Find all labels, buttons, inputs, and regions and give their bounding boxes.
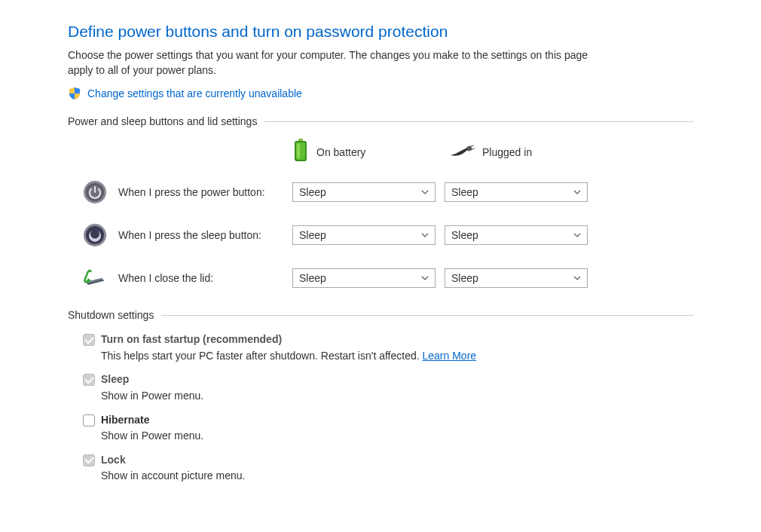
learn-more-link[interactable]: Learn More [423,350,477,362]
chevron-down-icon [573,276,581,280]
row-sleep-button-label: When I press the sleep button: [118,229,292,241]
shutdown-item-title: Sleep [101,372,693,387]
section-header-text: Shutdown settings [68,309,154,321]
select-close-lid-battery[interactable]: Sleep [292,268,436,288]
shield-icon [68,87,81,100]
column-header-battery: On battery [292,139,440,165]
shutdown-settings-list: Turn on fast startup (recommended) This … [68,332,693,484]
admin-link-row: Change settings that are currently unava… [68,87,693,100]
chevron-down-icon [573,233,581,237]
select-power-button-battery[interactable]: Sleep [292,182,436,202]
select-sleep-button-battery[interactable]: Sleep [292,225,436,245]
checkbox-hibernate[interactable] [83,414,95,427]
plug-icon [449,143,475,161]
checkbox-sleep[interactable] [83,374,95,386]
checkbox-lock[interactable] [83,454,95,466]
page-title: Define power buttons and turn on passwor… [68,23,693,41]
section-header-power-buttons: Power and sleep buttons and lid settings [68,115,693,127]
svg-line-6 [472,148,475,149]
divider [161,315,693,316]
row-power-button: When I press the power button: Sleep Sle… [83,180,610,204]
shutdown-item-desc: Show in account picture menu. [101,469,693,484]
chevron-down-icon [421,190,429,194]
section-header-shutdown: Shutdown settings [68,309,693,321]
select-value: Sleep [451,272,478,284]
shutdown-item-fast-startup: Turn on fast startup (recommended) This … [83,332,693,363]
select-close-lid-plugged[interactable]: Sleep [445,268,588,288]
select-power-button-plugged[interactable]: Sleep [445,182,588,202]
select-value: Sleep [299,229,326,241]
chevron-down-icon [421,276,429,280]
shutdown-item-title: Lock [101,453,693,468]
battery-icon [292,139,309,165]
sleep-button-icon [83,223,107,247]
row-close-lid: When I close the lid: Sleep Sleep [83,266,610,290]
section-header-text: Power and sleep buttons and lid settings [68,115,257,127]
power-buttons-table: On battery Plugged in [68,139,610,290]
svg-rect-3 [297,143,300,158]
close-lid-icon [83,266,107,290]
row-power-button-label: When I press the power button: [118,186,292,198]
shutdown-item-sleep: Sleep Show in Power menu. [83,372,693,403]
column-header-row: On battery Plugged in [83,139,610,165]
column-header-plugged-label: Plugged in [482,146,532,158]
shutdown-item-title: Hibernate [101,413,693,428]
checkbox-fast-startup[interactable] [83,334,95,346]
shutdown-item-lock: Lock Show in account picture menu. [83,453,693,484]
row-close-lid-label: When I close the lid: [118,272,292,284]
shutdown-item-title: Turn on fast startup (recommended) [101,332,693,347]
change-settings-link[interactable]: Change settings that are currently unava… [87,87,302,99]
select-value: Sleep [451,229,478,241]
shutdown-item-desc: Show in Power menu. [101,389,693,404]
shutdown-item-desc: This helps start your PC faster after sh… [101,349,693,364]
shutdown-item-desc: Show in Power menu. [101,429,693,444]
select-sleep-button-plugged[interactable]: Sleep [445,225,588,245]
divider [264,121,693,122]
column-header-plugged: Plugged in [449,143,597,161]
page-description: Choose the power settings that you want … [68,48,610,78]
chevron-down-icon [421,233,429,237]
svg-line-5 [471,145,474,146]
select-value: Sleep [451,186,478,198]
shutdown-item-hibernate: Hibernate Show in Power menu. [83,413,693,444]
power-button-icon [83,180,107,204]
chevron-down-icon [573,190,581,194]
select-value: Sleep [299,186,326,198]
row-sleep-button: When I press the sleep button: Sleep Sle… [83,223,610,247]
column-header-battery-label: On battery [316,146,365,158]
select-value: Sleep [299,272,326,284]
